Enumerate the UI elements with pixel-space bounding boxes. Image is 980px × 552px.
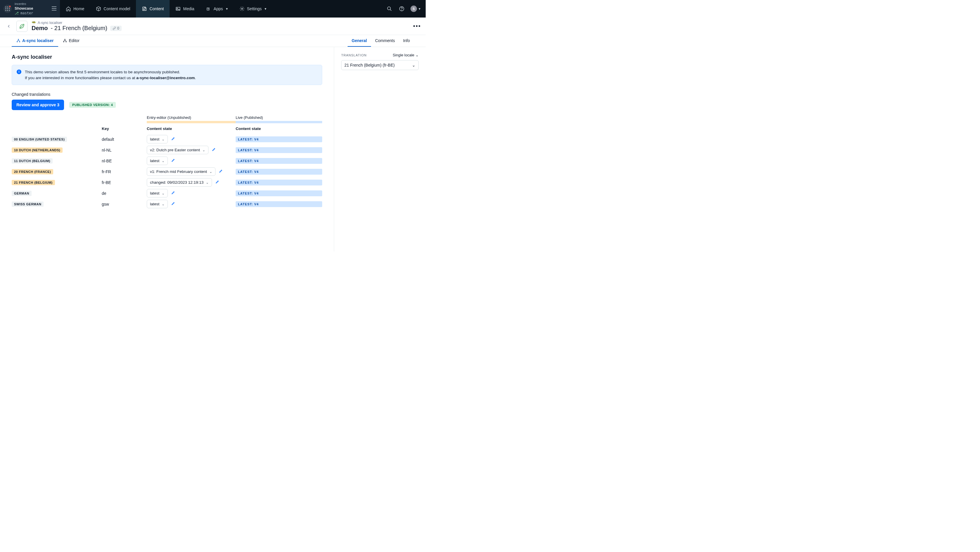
- edit-button[interactable]: [171, 201, 175, 206]
- content-state-cell: latest⌄: [147, 200, 235, 208]
- info-icon: i: [17, 70, 21, 74]
- org-name: incentro: [14, 2, 52, 6]
- pencil-icon: [171, 158, 175, 162]
- nav-content[interactable]: Content: [136, 0, 170, 17]
- tabs-right: General Comments Info: [348, 35, 426, 47]
- pencil-icon: [215, 179, 220, 184]
- puzzle-icon: [206, 6, 212, 11]
- tab-info[interactable]: Info: [399, 35, 414, 47]
- nav-apps[interactable]: Apps ▾: [200, 0, 234, 17]
- review-and-approve-button[interactable]: Review and approve 3: [12, 100, 64, 110]
- references-badge[interactable]: 0: [110, 26, 122, 31]
- content-state-cell: changed: 09/02/2023 12:19:13⌄: [147, 178, 235, 187]
- chevron-down-icon: ⌄: [162, 191, 165, 195]
- content-state-select[interactable]: v2: Dutch pre Easter content⌄: [147, 146, 208, 154]
- title-sub: - 21 French (Belgium): [51, 25, 107, 32]
- chevron-down-icon: ▾: [418, 7, 420, 11]
- locale-cell: 20 FRENCH (FRANCE): [12, 169, 102, 174]
- help-button[interactable]: [398, 5, 405, 12]
- live-cell: LATEST: V4: [235, 190, 322, 196]
- select-value: latest: [150, 159, 159, 163]
- locale-chip: 10 DUTCH (NETHERLANDS): [12, 148, 62, 153]
- cube-icon: [96, 6, 101, 11]
- main-content: A-sync localiser i This demo version all…: [0, 47, 334, 251]
- svg-point-0: [6, 7, 6, 8]
- env-name: master: [21, 11, 33, 15]
- live-cell: LATEST: V4: [235, 201, 322, 207]
- content-state-select[interactable]: latest⌄: [147, 157, 168, 165]
- edit-button[interactable]: [171, 191, 175, 195]
- tab-editor[interactable]: Editor: [58, 35, 84, 47]
- svg-point-24: [66, 41, 66, 42]
- space-name: Showcase: [14, 6, 52, 11]
- chevron-down-icon: ⌄: [162, 137, 165, 141]
- svg-point-1: [7, 7, 8, 8]
- references-count: 0: [117, 26, 119, 30]
- nav-content-model[interactable]: Content model: [90, 0, 136, 17]
- tab-a-sync-localiser[interactable]: A-sync localiser: [12, 35, 58, 47]
- edit-button[interactable]: [171, 158, 175, 163]
- app-launcher-button[interactable]: [3, 5, 12, 13]
- select-value: latest: [150, 191, 159, 195]
- breadcrumb-emoji: 🥗: [32, 21, 36, 25]
- tab-general[interactable]: General: [348, 35, 371, 47]
- content-state-select[interactable]: changed: 09/02/2023 12:19:13⌄: [147, 178, 212, 187]
- locale-cell: 11 DUTCH (BELGIUM): [12, 158, 102, 163]
- entry-type-icon: [16, 21, 27, 32]
- nav-settings[interactable]: Settings ▾: [234, 0, 272, 17]
- svg-point-20: [17, 41, 18, 42]
- locale-cell: 21 FRENCH (BELGIUM): [12, 180, 102, 185]
- published-version-badge: PUBLISHED VERSION: 4: [69, 102, 116, 108]
- chevron-down-icon: ⌄: [162, 202, 165, 206]
- chevron-down-icon: ⌄: [209, 170, 212, 174]
- sidebar: TRANSLATION Single locale ⌄ 21 French (B…: [334, 47, 426, 251]
- chevron-down-icon: ⌄: [415, 53, 418, 57]
- edit-button[interactable]: [215, 180, 220, 185]
- back-button[interactable]: [5, 24, 13, 29]
- svg-point-23: [64, 41, 64, 42]
- search-button[interactable]: [386, 5, 393, 12]
- col-content-state-2: Content state: [235, 127, 322, 131]
- entry-actions-menu[interactable]: •••: [413, 23, 421, 30]
- locale-selected: 21 French (Belgium) (fr-BE): [344, 63, 395, 67]
- live-version-chip: LATEST: V4: [235, 147, 322, 153]
- avatar: S: [410, 6, 417, 12]
- content-state-select[interactable]: v1: French mid February content⌄: [147, 167, 215, 176]
- select-value: latest: [150, 202, 159, 206]
- key-cell: nl-NL: [102, 148, 147, 152]
- home-icon: [66, 6, 71, 11]
- edit-button[interactable]: [219, 169, 223, 174]
- pencil-icon: [219, 169, 223, 173]
- table-row: 00 ENGLISH (UNITED STATES)defaultlatest⌄…: [12, 134, 322, 144]
- space-menu-toggle[interactable]: [52, 6, 56, 11]
- nav-media[interactable]: Media: [170, 0, 200, 17]
- grid-col-head: Key Content state Content state: [12, 123, 322, 134]
- content-state-select[interactable]: latest⌄: [147, 135, 168, 143]
- edit-button[interactable]: [171, 137, 175, 141]
- nav-label: Media: [183, 6, 194, 11]
- grid-body: 00 ENGLISH (UNITED STATES)defaultlatest⌄…: [12, 134, 322, 209]
- contact-email: a-sync-localiser@incentro.com: [136, 76, 195, 80]
- info-line1: This demo version allows the first 5 env…: [25, 69, 196, 75]
- table-row: GERMANdelatest⌄LATEST: V4: [12, 188, 322, 198]
- user-menu[interactable]: S ▾: [410, 6, 420, 12]
- col-live: Live (Published): [235, 115, 322, 121]
- locale-chip: GERMAN: [12, 191, 32, 196]
- page-title: Demo - 21 French (Belgium) 0: [32, 25, 122, 32]
- locale-chip: 00 ENGLISH (UNITED STATES): [12, 137, 67, 142]
- content-state-select[interactable]: latest⌄: [147, 189, 168, 197]
- hamburger-icon: [52, 6, 56, 11]
- review-row: Review and approve 3 PUBLISHED VERSION: …: [12, 100, 322, 110]
- nav-home[interactable]: Home: [60, 0, 90, 17]
- key-cell: gsw: [102, 202, 147, 206]
- top-navbar: incentro Showcase ⎇ master Home Content …: [0, 0, 426, 17]
- content-state-select[interactable]: latest⌄: [147, 200, 168, 208]
- locale-select[interactable]: 21 French (Belgium) (fr-BE) ⌄: [341, 60, 418, 70]
- live-version-chip: LATEST: V4: [235, 136, 322, 142]
- edit-button[interactable]: [212, 148, 216, 152]
- chevron-down-icon: ⌄: [206, 181, 209, 185]
- tab-comments[interactable]: Comments: [371, 35, 399, 47]
- locale-mode-selector[interactable]: Single locale ⌄: [393, 53, 418, 57]
- locale-cell: SWISS GERMAN: [12, 201, 102, 207]
- svg-point-14: [241, 8, 243, 10]
